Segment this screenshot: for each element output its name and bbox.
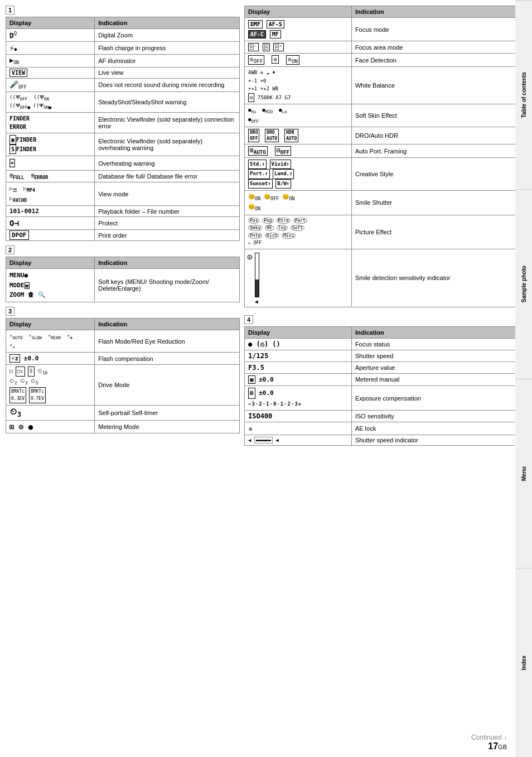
display-cell: ⊠ ±0.0 −3·2·1·0·1·2·3+ [245,385,352,410]
indication-cell: Focus status [351,338,526,350]
page-container: 1 Display Indication DQ Digital Zoom ⚡● [0,0,532,757]
table-row: ⊞AUTO ⊟OFF Auto Port. Framing [245,144,526,157]
indication-cell: View mode [95,182,240,206]
indication-cell: Picture Effect [351,215,526,249]
sidebar-tab-sample-photo[interactable]: Sample photo [515,189,532,378]
right-sidebar: Table of contents Sample photo Menu Inde… [515,0,532,757]
section-2-num: 2 [6,245,14,254]
indication-cell: Face Detection [351,54,526,67]
table-row: ▣ ±0.0 Metered manual [245,373,526,385]
table-row: ▣FINDER SFINDER Electronic Viewfinder (s… [6,133,240,156]
indication-cell: Live view [95,67,240,78]
section-1: 1 Display Indication DQ Digital Zoom ⚡● [6,6,240,241]
indication-cell: White Balance [351,67,526,104]
indication-cell: Focus mode [351,18,526,41]
display-cell: ⌻⁻ ⌻ ⌻⁺ [245,41,352,54]
section-4-header-indication: Indication [351,326,526,338]
display-cell: ● (◎) () [245,338,352,350]
table-row: DPOF Print order [6,230,240,241]
display-cell: FINDERERROR [6,113,95,133]
table-row: 🎤OFF Does not record sound during movie … [6,78,240,91]
section-4: 4 Display Indication ● (◎) () Focus stat… [244,315,526,450]
indication-cell: Metering Mode [95,420,240,433]
display-cell: F3.5 [245,361,352,373]
display-cell: 😊ON 😊OFF 😊ON 😊ON [245,190,352,215]
display-cell: 1/125 [245,350,352,361]
right-main-table: Display Indication DMF AF-S AF-C MF Focu… [244,6,526,307]
indication-cell: Soft Skin Effect [351,104,526,127]
section-2: 2 Display Indication MENU● MODE▣ ZOOM 🗑 … [6,245,240,302]
table-row: ≡FULL ≡ERROR Database file full/ Databas… [6,171,240,182]
table-row: ⊠ ±0.0 −3·2·1·0·1·2·3+ Exposure compensa… [245,385,526,410]
indication-cell: Does not record sound during movie recor… [95,78,240,91]
indication-cell: Flash Mode/Red Eye Reduction [95,330,240,353]
page-superscript: GB [498,744,507,750]
section-3-header-indication: Indication [95,318,240,330]
display-cell: ✳ [245,422,352,435]
indication-cell: ISO sensitivity [351,411,526,422]
indication-cell: Digital Zoom [95,29,240,42]
sidebar-tab-menu[interactable]: Menu [515,379,532,568]
indication-cell: Flash charge in progress [95,41,240,54]
display-cell: DPOF [6,230,95,241]
indication-cell: Self-portrait Self-timer [95,405,240,420]
section-1-header-display: Display [6,17,95,29]
display-cell: DMF AF-S AF-C MF [245,18,352,41]
section-3-header-display: Display [6,318,95,330]
section-4-num: 4 [244,315,253,324]
table-row: □ □₂ S ⏲10 ⏲2 ⏲3 ⏲5 BRKTc0.3EV BRKTc0.7E… [6,365,240,405]
section-2-header-indication: Indication [95,257,240,269]
page-footer: Continued ↓ 17GB [471,734,507,751]
section-4-header-display: Display [245,326,352,338]
indication-cell: Electronic Viewfinder (sold separately) … [95,133,240,156]
display-cell: ⌻ [6,156,95,171]
page-number: 17GB [488,741,507,751]
table-row: ((𝚿OFF ((𝚿ON ((𝚿OFF■ ((𝚿ON■ SteadyShot/S… [6,92,240,113]
display-cell: ISO400 [245,411,352,422]
indication-cell: AF illuminator [95,54,240,67]
display-cell: 🎤OFF [6,78,95,91]
indication-cell: SteadyShot/SteadyShot warning [95,92,240,113]
section-3-num: 3 [6,307,14,316]
table-row: ▶ON AF illuminator [6,54,240,67]
sidebar-tab-table-of-contents[interactable]: Table of contents [515,0,532,189]
display-cell: O⊣ [6,217,95,230]
sidebar-tab-index[interactable]: Index [515,568,532,757]
indication-cell: Shutter speed [351,350,526,361]
display-cell: ⊞AUTO ⊟OFF [245,144,352,157]
display-cell: Std.↑ Vivid↑ Port.↑ Land.↑ Sunset↑ B/W↑ [245,158,352,191]
smile-detection-indication: Smile detection sensitivity indicator [351,249,526,307]
continued-text: Continued ↓ [471,734,507,741]
left-column: 1 Display Indication DQ Digital Zoom ⚡● [6,6,240,751]
section-3-table: Display Indication ⚡AUTO ⚡SLOW ⚡REAR ⚡⊛ … [6,318,240,433]
section-1-header-indication: Indication [95,17,240,29]
table-row: ▷☷ ▷MP4▷AVCHD View mode [6,182,240,206]
indication-cell: Shutter speed indicator [351,435,526,446]
table-row: Pos Pop Rtre Part Smky HE Toy Soft Pnte … [245,215,526,249]
display-cell: MENU● MODE▣ ZOOM 🗑 🔍 [6,269,95,302]
display-cell: VIEW [6,67,95,78]
right-column: Display Indication DMF AF-S AF-C MF Focu… [244,6,526,751]
indication-cell: Flash compensation [95,353,240,365]
table-row: VIEW Live view [6,67,240,78]
display-cell: ⚡z ±0.0 [6,353,95,365]
table-row: ◀ ▬▬▬▬▬ ◀ Shutter speed indicator [245,435,526,446]
display-cell: ⚡AUTO ⚡SLOW ⚡REAR ⚡⊛ ⚡☀ [6,330,95,353]
table-row: ⚡AUTO ⚡SLOW ⚡REAR ⚡⊛ ⚡☀ Flash Mode/Red E… [6,330,240,353]
indication-cell: Creative Style [351,158,526,191]
display-cell: ◀ ▬▬▬▬▬ ◀ [245,435,352,446]
table-row: ⚡● Flash charge in progress [6,41,240,54]
table-row: FINDERERROR Electronic Viewfinder (sold … [6,113,240,133]
indication-cell: Overheating warning [95,156,240,171]
display-cell: AWB ✲ ☁ ♦ ☀-1 ☀0 ☀+1 ☀+2 WB ⊡ 7500K A7 G… [245,67,352,104]
display-cell: ≡FULL ≡ERROR [6,171,95,182]
table-row: Std.↑ Vivid↑ Port.↑ Land.↑ Sunset↑ B/W↑ … [245,158,526,191]
table-row: DROOFF DROAUTO HDRAUTO DRO/Auto HDR [245,127,526,144]
indication-cell: Database file full/ Database file error [95,171,240,182]
indication-cell: AE lock [351,422,526,435]
display-cell: ⚡● [6,41,95,54]
display-cell: ⊙OFF ⊙ ⊙ON [245,54,352,67]
indication-cell: Aperture value [351,361,526,373]
indication-cell: Focus area mode [351,41,526,54]
display-cell: ▣ ±0.0 [245,373,352,385]
